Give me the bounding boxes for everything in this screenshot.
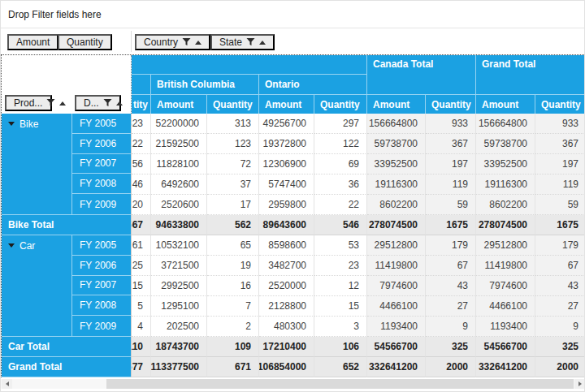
value-cell: 2959800	[259, 195, 314, 215]
value-cell: 15	[314, 296, 367, 317]
group-header-car[interactable]: Car	[2, 235, 72, 336]
value-cell: 25	[132, 256, 151, 276]
measure-header-quantity[interactable]: Quantity	[535, 95, 585, 114]
column-field-country[interactable]: Country	[135, 34, 210, 50]
sort-asc-icon[interactable]	[195, 41, 202, 45]
horizontal-scrollbar[interactable]	[1, 379, 585, 389]
measure-header-amount[interactable]: Amount	[367, 95, 426, 114]
row-header-year[interactable]: FY 2009	[72, 194, 131, 214]
sort-asc-icon[interactable]	[59, 101, 66, 106]
row-group-bike: BikeFY 2005FY 2006FY 2007FY 2008FY 2009	[2, 114, 131, 215]
column-field-state[interactable]: State	[210, 34, 275, 50]
filter-drop-zone[interactable]: Drop Filter fields here	[1, 1, 584, 28]
row-field-date[interactable]: D...	[75, 95, 121, 111]
value-field-quantity[interactable]: Quantity	[58, 34, 112, 50]
value-cell: 89643600	[259, 215, 314, 235]
row-header-year[interactable]: FY 2008	[72, 295, 131, 316]
value-cell: 5747400	[259, 174, 314, 195]
value-cell: 562	[207, 215, 259, 235]
filter-funnel-icon[interactable]	[46, 99, 55, 107]
measure-header-quantity-partial[interactable]: tity	[132, 95, 151, 114]
row-header-year[interactable]: FY 2008	[72, 174, 131, 194]
value-cell: 119	[426, 174, 476, 195]
row-header-year[interactable]: FY 2007	[72, 154, 131, 174]
value-field-amount[interactable]: Amount	[7, 34, 58, 50]
grid-body: BikeFY 2005FY 2006FY 2007FY 2008FY 2009B…	[2, 114, 585, 377]
row-header-year[interactable]: FY 2007	[72, 276, 131, 296]
measure-header-amount[interactable]: Amount	[476, 95, 535, 114]
scroll-left-button[interactable]	[2, 379, 12, 389]
state-header-british-columbia[interactable]: British Columbia	[151, 75, 259, 95]
value-cell: 652	[314, 357, 367, 377]
collapse-expander-icon[interactable]	[8, 243, 15, 248]
column-field-country-label: Country	[144, 37, 178, 48]
group-header-label: Bike	[2, 114, 72, 134]
value-cell: 19116300	[367, 174, 426, 195]
measure-header-amount[interactable]: Amount	[151, 95, 207, 114]
column-header-grand-total[interactable]: Grand Total	[476, 55, 585, 95]
data-row: 4202500248030031193400911934009	[132, 317, 585, 337]
value-cell: 29512800	[367, 235, 426, 256]
row-header-year[interactable]: FY 2009	[72, 316, 131, 336]
value-cell: 59738700	[367, 134, 426, 154]
value-cell: 52200000	[151, 114, 207, 134]
value-cell: 27	[426, 296, 476, 317]
measure-label: tity	[133, 99, 148, 110]
row-header-year[interactable]: FY 2006	[72, 134, 131, 154]
value-cell: 5	[132, 296, 151, 317]
scrollbar-thumb[interactable]	[106, 379, 574, 389]
value-cell: 43	[426, 276, 476, 296]
row-header-year[interactable]: FY 2006	[72, 256, 131, 276]
country-header-partial[interactable]	[132, 55, 367, 75]
value-cell: 2000	[535, 357, 585, 377]
row-fields-corner: Prod... D...	[2, 55, 132, 114]
row-header-year[interactable]: FY 2005	[72, 114, 131, 134]
value-cell: 61	[132, 235, 151, 256]
value-cell: 49256700	[259, 114, 314, 134]
scroll-right-icon	[578, 381, 582, 386]
value-cell: 3	[314, 317, 367, 337]
value-cell: 1193400	[367, 317, 426, 337]
row-header-bike-total[interactable]: Bike Total	[2, 215, 131, 235]
row-field-date-label: D...	[84, 97, 99, 109]
value-cell: 11419800	[476, 256, 535, 276]
value-cell: 179	[535, 235, 585, 256]
data-row: 20252060017295980022860220059860220059	[132, 195, 585, 215]
row-header-grand-total[interactable]: Grand Total	[2, 357, 131, 377]
value-cell: 3482700	[259, 256, 314, 276]
value-cell: 3721500	[151, 256, 207, 276]
sort-asc-icon[interactable]	[116, 101, 123, 106]
row-field-product[interactable]: Prod...	[5, 95, 52, 111]
scroll-right-button[interactable]	[574, 379, 585, 389]
state-header-ontario[interactable]: Ontario	[259, 75, 367, 95]
measure-header-quantity[interactable]: Quantity	[207, 95, 259, 114]
sort-asc-icon[interactable]	[259, 41, 266, 45]
value-cell: 11828100	[151, 154, 207, 174]
value-cell: 325	[535, 337, 585, 357]
value-cell: 7974600	[476, 276, 535, 296]
filter-funnel-icon[interactable]	[182, 38, 191, 46]
filter-funnel-icon[interactable]	[103, 99, 112, 107]
value-cell: 8602200	[367, 195, 426, 215]
value-cell: 123	[207, 134, 259, 154]
value-cell: 567	[132, 215, 151, 235]
year-column: FY 2005FY 2006FY 2007FY 2008FY 2009	[72, 114, 131, 214]
group-header-bike[interactable]: Bike	[2, 114, 72, 214]
measure-header-amount[interactable]: Amount	[259, 95, 314, 114]
value-cell: 54566700	[367, 337, 426, 357]
measure-header-quantity[interactable]: Quantity	[426, 95, 476, 114]
state-header-partial[interactable]	[132, 75, 151, 95]
value-cell: 8602200	[476, 195, 535, 215]
value-cell: 12306900	[259, 154, 314, 174]
value-cell: 109	[207, 337, 259, 357]
row-header-car-total[interactable]: Car Total	[2, 337, 131, 357]
filter-funnel-icon[interactable]	[246, 38, 255, 46]
value-cell: 9	[426, 317, 476, 337]
measure-header-quantity[interactable]: Quantity	[314, 95, 367, 114]
measure-label: Quantity	[213, 99, 253, 110]
state-label: British Columbia	[157, 79, 235, 90]
column-header-canada-total[interactable]: Canada Total	[367, 55, 476, 95]
row-header-year[interactable]: FY 2005	[72, 235, 131, 256]
measure-label: Amount	[373, 99, 410, 110]
collapse-expander-icon[interactable]	[8, 122, 15, 126]
